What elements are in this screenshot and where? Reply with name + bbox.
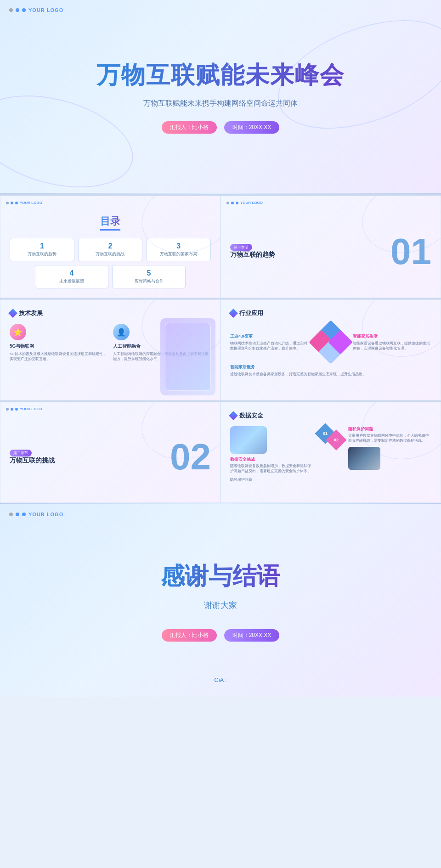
logo-dot-blue: [16, 8, 19, 12]
toc-num-1: 1: [13, 242, 71, 250]
closing-meta: 汇报人：比小格 时间：20XX.XX: [162, 629, 280, 642]
industry-bottom-desc: 通过物联网技术整合各类家居设备，打造完整的智能家居生态系统，提升生活品质。: [230, 372, 431, 377]
mini-dot-3: [15, 202, 18, 204]
security-heading-text: 数据安全: [239, 411, 263, 420]
mini-dot-2: [11, 202, 13, 204]
toc-title-wrap: 目录: [10, 214, 211, 231]
cover-slide: YOUR LOGO 万物互联赋能未来峰会 万物互联赋能未来携手构建网络空间命运共…: [0, 0, 441, 193]
section01-cell: YOUR LOGO 第一章节 万物互联的趋势 01: [220, 196, 441, 298]
closing-slide: YOUR LOGO 感谢与结语 谢谢大家 汇报人：比小格 时间：20XX.XX …: [0, 504, 441, 697]
toc-title: 目录: [100, 214, 120, 231]
security-heading: 数据安全: [230, 411, 431, 420]
industry-left-tag: 工业4.0变革: [230, 333, 309, 339]
industry-bottom-tag: 智能家居服务: [230, 364, 431, 370]
toc-cell: YOUR LOGO 目录 1 万物互联的趋势 2 万物互联的挑战 3 万物互联的…: [0, 196, 220, 298]
closing-subtitle: 谢谢大家: [204, 600, 237, 611]
toc-label-3: 万物互联的国家布局: [149, 251, 208, 257]
industry-right: 智能家居生活 智能家居设备通过物联网互联，提供便捷的生活体验，实现家庭设备智能化…: [353, 333, 431, 351]
toc-num-3: 3: [149, 242, 208, 250]
toc-label-5: 应对策略与合作: [115, 278, 182, 284]
section01-label: 万物互联的趋势: [230, 251, 390, 259]
tech-icon-5g: ⭐: [10, 324, 26, 340]
closing-logo-bar: YOUR LOGO: [9, 512, 63, 517]
toc-label-4: 未来发展展望: [38, 278, 105, 284]
security-tag-1: 数据安全挑战: [230, 457, 313, 462]
closing-dot-active: [22, 513, 26, 516]
closing-logo-text: YOUR LOGO: [28, 512, 63, 517]
cover-logo-bar: YOUR LOGO: [9, 7, 63, 13]
security-diamonds: 01 02: [317, 426, 345, 449]
mini-dot-1: [6, 202, 9, 204]
section02-num: 02: [170, 439, 211, 475]
logo-dot-gray: [9, 8, 13, 12]
section01-content: 第一章节 万物互联的趋势: [230, 242, 390, 261]
security-tag-2: 隐私保护问题: [348, 426, 431, 432]
industry-right-tag: 智能家居生活: [353, 333, 431, 339]
tech-cell: 技术发展 ⭐ 5G与物联网 5G技术的普及将极大推动物联网设备的连接速度和稳定性…: [0, 299, 220, 400]
slide-grid-mid: 技术发展 ⭐ 5G与物联网 5G技术的普及将极大推动物联网设备的连接速度和稳定性…: [0, 298, 441, 400]
diamond-num-01: 01: [323, 431, 328, 436]
security-left: 数据安全挑战 随着物联网设备数量急剧增加，数据安全和隐私保护问题日益突出，需要建…: [230, 426, 313, 473]
tech-heading-text: 技术发展: [19, 309, 43, 317]
closing-dot-gray: [9, 513, 13, 516]
security-img-2: [348, 447, 380, 470]
security-img-1: [230, 426, 267, 454]
cover-meta: 汇报人：比小格 时间：20XX.XX: [162, 121, 280, 134]
tech-title-5g: 5G与物联网: [10, 343, 107, 349]
tech-item-5g: ⭐ 5G与物联网 5G技术的普及将极大推动物联网设备的连接速度和稳定性，实现更广…: [10, 324, 107, 361]
diamond-num-02: 02: [334, 438, 339, 442]
toc-num-2: 2: [81, 242, 140, 250]
security-bottom: 隐私保护问题: [230, 477, 431, 482]
industry-heading-text: 行业应用: [239, 309, 263, 317]
tech-visual: [160, 318, 215, 395]
industry-hex: [312, 324, 349, 361]
section01-badge: 第一章节: [230, 244, 252, 251]
industry-cell: 行业应用 工业4.0变革 物联网技术推动工业生产自动化升级，通过实时数据采集和分…: [220, 299, 441, 400]
security-cell: 数据安全 数据安全挑战 随着物联网设备数量急剧增加，数据安全和隐私保护问题日益突…: [220, 402, 441, 503]
diamonds-wrap: 01 02: [317, 426, 345, 449]
toc-num-5: 5: [115, 269, 182, 277]
toc-num-4: 4: [38, 269, 105, 277]
security-desc-1: 随着物联网设备数量急剧增加，数据安全和隐私保护问题日益突出，需要建立完善的安全防…: [230, 463, 313, 473]
tech-heading: 技术发展: [10, 309, 211, 317]
slide-grid-top: YOUR LOGO 目录 1 万物互联的趋势 2 万物互联的挑战 3 万物互联的…: [0, 194, 441, 298]
tech-icon-ai: 👤: [113, 324, 130, 340]
closing-presenter-badge: 汇报人：比小格: [162, 629, 217, 642]
toc-item-5: 5 应对策略与合作: [112, 265, 186, 288]
industry-main-row: 工业4.0变革 物联网技术推动工业生产自动化升级，通过实时数据采集和分析优化生产…: [230, 324, 431, 361]
section02-badge: 第二章节: [10, 450, 32, 457]
industry-heading: 行业应用: [230, 309, 431, 317]
section01-num: 01: [390, 233, 431, 270]
closing-dot-blue: [16, 513, 19, 516]
toc-label-1: 万物互联的趋势: [13, 251, 71, 257]
presenter-badge: 汇报人：比小格: [162, 121, 217, 134]
cia-label: CiA :: [214, 676, 226, 683]
section02-content: 第二章节 万物互联的挑战: [10, 448, 170, 467]
toc-item-2: 2 万物互联的挑战: [78, 238, 143, 261]
industry-left-desc: 物联网技术推动工业生产自动化升级，通过实时数据采集和分析优化生产流程，提升效率。: [230, 341, 309, 351]
tech-diamond-icon: [8, 309, 17, 318]
industry-left: 工业4.0变革 物联网技术推动工业生产自动化升级，通过实时数据采集和分析优化生产…: [230, 333, 309, 351]
toc-label-2: 万物互联的挑战: [81, 251, 140, 257]
security-content: 数据安全挑战 随着物联网设备数量急剧增加，数据安全和隐私保护问题日益突出，需要建…: [230, 426, 431, 473]
tech-desc-5g: 5G技术的普及将极大推动物联网设备的连接速度和稳定性，实现更广泛的互联互通。: [10, 351, 107, 361]
closing-title: 感谢与结语: [161, 560, 280, 592]
security-desc-2: 大量用户数据在物联网环境中流转，个人隐私保护面临严峻挑战，需要制定严格的数据保护…: [348, 433, 431, 443]
section02-label: 万物互联的挑战: [10, 457, 170, 465]
toc-items-row1: 1 万物互联的趋势 2 万物互联的挑战 3 万物互联的国家布局: [10, 238, 211, 261]
closing-time-badge: 时间：20XX.XX: [224, 629, 280, 642]
industry-diamond-icon: [229, 309, 238, 318]
cover-subtitle: 万物互联赋能未来携手构建网络空间命运共同体: [143, 99, 298, 108]
logo-dot-active: [22, 8, 26, 12]
slide-grid-bot: YOUR LOGO 第二章节 万物互联的挑战 02 数据安全 数据安全挑战 随着…: [0, 400, 441, 503]
security-bottom-tag: 隐私保护问题: [230, 477, 431, 482]
time-badge: 时间：20XX.XX: [224, 121, 280, 134]
toc-item-3: 3 万物互联的国家布局: [146, 238, 211, 261]
toc-item-4: 4 未来发展展望: [35, 265, 108, 288]
security-right: 隐私保护问题 大量用户数据在物联网环境中流转，个人隐私保护面临严峻挑战，需要制定…: [348, 426, 431, 470]
cover-logo-text: YOUR LOGO: [28, 7, 63, 13]
security-diamond-icon: [229, 411, 238, 420]
industry-right-desc: 智能家居设备通过物联网互联，提供便捷的生活体验，实现家庭设备智能化管理。: [353, 341, 431, 351]
toc-item-1: 1 万物互联的趋势: [10, 238, 74, 261]
cover-title: 万物互联赋能未来峰会: [96, 59, 345, 91]
